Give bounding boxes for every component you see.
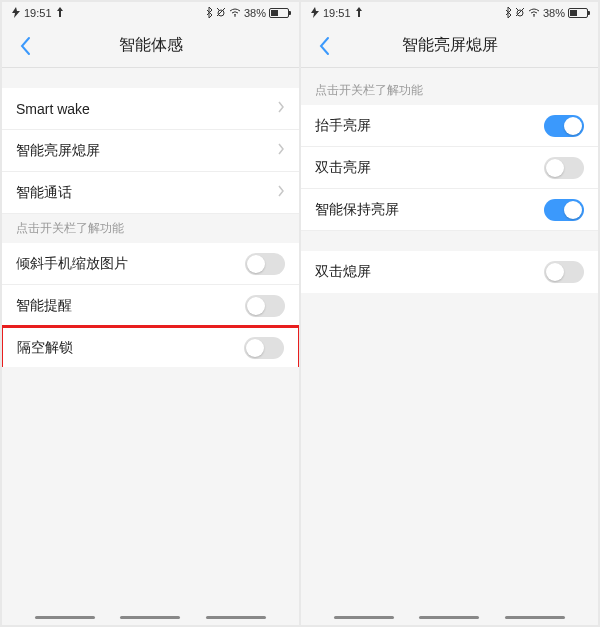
alarm-off-icon bbox=[216, 7, 226, 19]
page-title: 智能体感 bbox=[119, 35, 183, 56]
phone-right: 19:51 38% 智能亮屏熄屏 点击开关栏了解功能 抬手 bbox=[301, 2, 598, 625]
content: 点击开关栏了解功能 抬手亮屏 双击亮屏 智能保持亮屏 双击熄屏 bbox=[301, 68, 598, 625]
toggle-row-double-tap-sleep[interactable]: 双击熄屏 bbox=[301, 251, 598, 293]
toggle-switch[interactable] bbox=[245, 253, 285, 275]
toggle-switch[interactable] bbox=[544, 157, 584, 179]
toggle-switch[interactable] bbox=[244, 337, 284, 359]
svg-line-1 bbox=[217, 8, 219, 10]
row-label: 双击熄屏 bbox=[315, 263, 371, 281]
toggle-row-air-unlock[interactable]: 隔空解锁 bbox=[2, 325, 299, 367]
nav-bottom bbox=[301, 616, 598, 619]
status-bar: 19:51 38% bbox=[2, 2, 299, 24]
back-button[interactable] bbox=[10, 24, 40, 68]
nav-row-smart-screen[interactable]: 智能亮屏熄屏 bbox=[2, 130, 299, 172]
chevron-right-icon bbox=[277, 142, 285, 160]
row-label: 智能通话 bbox=[16, 184, 72, 202]
row-label: 抬手亮屏 bbox=[315, 117, 371, 135]
row-label: 隔空解锁 bbox=[17, 339, 73, 357]
alarm-off-icon bbox=[515, 7, 525, 19]
nav-header: 智能亮屏熄屏 bbox=[301, 24, 598, 68]
toggle-row-double-tap-wake[interactable]: 双击亮屏 bbox=[301, 147, 598, 189]
page-title: 智能亮屏熄屏 bbox=[402, 35, 498, 56]
toggle-switch[interactable] bbox=[544, 115, 584, 137]
battery-icon bbox=[269, 8, 289, 18]
toggle-row-keep-screen-on[interactable]: 智能保持亮屏 bbox=[301, 189, 598, 231]
battery-icon bbox=[568, 8, 588, 18]
chevron-left-icon bbox=[19, 36, 31, 56]
toggle-row-raise-wake[interactable]: 抬手亮屏 bbox=[301, 105, 598, 147]
row-label: 智能保持亮屏 bbox=[315, 201, 399, 219]
nav-bottom bbox=[2, 616, 299, 619]
status-time: 19:51 bbox=[323, 7, 351, 19]
upload-icon bbox=[355, 7, 363, 19]
row-label: Smart wake bbox=[16, 101, 90, 117]
toggle-row-smart-remind[interactable]: 智能提醒 bbox=[2, 285, 299, 327]
status-time: 19:51 bbox=[24, 7, 52, 19]
nav-pill[interactable] bbox=[120, 616, 180, 619]
svg-point-4 bbox=[234, 15, 236, 17]
nav-pill[interactable] bbox=[334, 616, 394, 619]
wifi-icon bbox=[229, 7, 241, 19]
back-button[interactable] bbox=[309, 24, 339, 68]
svg-line-6 bbox=[516, 8, 518, 10]
svg-point-9 bbox=[533, 15, 535, 17]
bluetooth-icon bbox=[505, 7, 512, 20]
nav-row-smart-call[interactable]: 智能通话 bbox=[2, 172, 299, 214]
toggle-row-tilt-zoom[interactable]: 倾斜手机缩放图片 bbox=[2, 243, 299, 285]
upload-icon bbox=[56, 7, 64, 19]
row-label: 智能亮屏熄屏 bbox=[16, 142, 100, 160]
row-label: 倾斜手机缩放图片 bbox=[16, 255, 128, 273]
row-label: 智能提醒 bbox=[16, 297, 72, 315]
chevron-left-icon bbox=[318, 36, 330, 56]
section-header: 点击开关栏了解功能 bbox=[301, 68, 598, 105]
nav-pill[interactable] bbox=[505, 616, 565, 619]
nav-pill[interactable] bbox=[419, 616, 479, 619]
chevron-right-icon bbox=[277, 100, 285, 118]
wifi-icon bbox=[528, 7, 540, 19]
toggle-switch[interactable] bbox=[544, 261, 584, 283]
nav-pill[interactable] bbox=[206, 616, 266, 619]
nav-row-smart-wake[interactable]: Smart wake bbox=[2, 88, 299, 130]
battery-pct: 38% bbox=[244, 7, 266, 19]
row-label: 双击亮屏 bbox=[315, 159, 371, 177]
phone-left: 19:51 38% 智能体感 Smart wake bbox=[2, 2, 299, 625]
status-bar: 19:51 38% bbox=[301, 2, 598, 24]
nav-header: 智能体感 bbox=[2, 24, 299, 68]
svg-point-0 bbox=[218, 10, 224, 16]
content: Smart wake 智能亮屏熄屏 智能通话 点击开关栏了解功能 倾斜手机缩放图… bbox=[2, 68, 299, 625]
nav-pill[interactable] bbox=[35, 616, 95, 619]
battery-pct: 38% bbox=[543, 7, 565, 19]
section-header: 点击开关栏了解功能 bbox=[2, 214, 299, 243]
bluetooth-icon bbox=[206, 7, 213, 20]
toggle-switch[interactable] bbox=[245, 295, 285, 317]
battery-charging-icon bbox=[311, 7, 319, 20]
svg-point-5 bbox=[517, 10, 523, 16]
toggle-switch[interactable] bbox=[544, 199, 584, 221]
chevron-right-icon bbox=[277, 184, 285, 202]
battery-charging-icon bbox=[12, 7, 20, 20]
